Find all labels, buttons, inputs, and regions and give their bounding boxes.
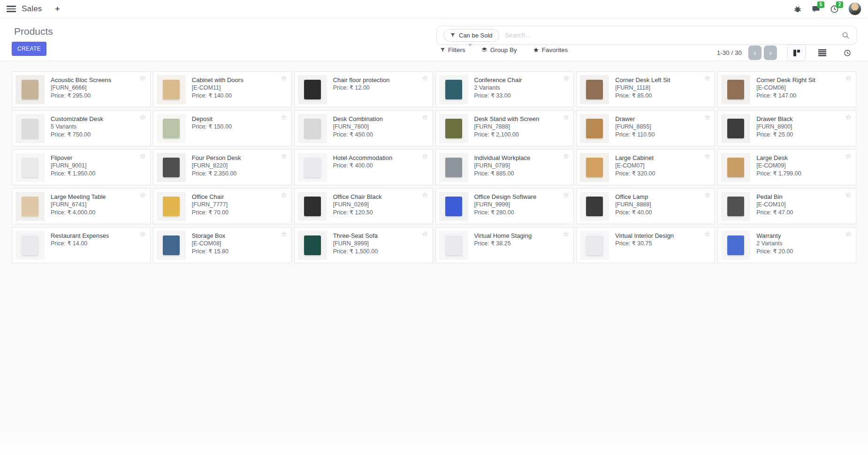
favorite-star-icon[interactable]: ☆ (139, 75, 145, 82)
product-card[interactable]: Storage Box [E-COM08] Price: ₹ 15.80 ☆ (153, 227, 292, 263)
add-tab-button[interactable]: + (55, 4, 60, 14)
favorite-star-icon[interactable]: ☆ (845, 191, 852, 198)
product-card[interactable]: Four Person Desk [FURN_8220] Price: ₹ 2,… (153, 149, 292, 185)
favorite-star-icon[interactable]: ☆ (845, 114, 852, 121)
product-image (580, 192, 609, 221)
user-avatar[interactable] (848, 2, 861, 15)
activities-clock-icon[interactable]: 2 (830, 5, 839, 14)
favorites-button[interactable]: Favorites (533, 46, 568, 53)
app-name-sales[interactable]: Sales (22, 4, 42, 14)
product-card[interactable]: Three-Seat Sofa [FURN_8999] Price: ₹ 1,5… (294, 227, 433, 263)
product-card[interactable]: Virtual Interior Design Price: ₹ 30.75 ☆ (576, 227, 715, 263)
product-card[interactable]: Cabinet with Doors [E-COM11] Price: ₹ 14… (153, 71, 292, 107)
favorite-star-icon[interactable]: ☆ (845, 75, 852, 82)
product-image (580, 153, 609, 182)
product-card[interactable]: Drawer [FURN_8855] Price: ₹ 110.50 ☆ (576, 110, 715, 146)
favorite-star-icon[interactable]: ☆ (563, 75, 569, 82)
pager-next-button[interactable]: › (764, 46, 777, 60)
favorite-star-icon[interactable]: ☆ (704, 114, 710, 121)
product-name: Four Person Desk (192, 154, 251, 162)
activity-view-button[interactable] (838, 45, 857, 61)
filters-funnel-icon (440, 47, 445, 53)
product-card[interactable]: Acoustic Bloc Screens [FURN_6666] Price:… (12, 71, 151, 107)
product-card[interactable]: Desk Stand with Screen [FURN_7888] Price… (435, 110, 574, 146)
favorite-star-icon[interactable]: ☆ (422, 114, 428, 121)
product-name: Pedal Bin (756, 193, 793, 201)
product-card[interactable]: Virtual Home Staging Price: ₹ 38.25 ☆ (435, 227, 574, 263)
favorite-star-icon[interactable]: ☆ (281, 191, 287, 198)
product-subtitle: [E-COM11] (192, 84, 253, 92)
product-card[interactable]: Restaurant Expenses Price: ₹ 14.00 ☆ (12, 227, 151, 263)
favorite-star-icon[interactable]: ☆ (563, 114, 569, 121)
product-price: Price: ₹ 450.00 (333, 131, 392, 139)
search-input[interactable]: Search... (505, 31, 842, 39)
product-card[interactable]: Warranty 2 Variants Price: ₹ 20.00 ☆ (717, 227, 856, 263)
product-card[interactable]: Office Chair Black [FURN_0269] Price: ₹ … (294, 188, 433, 224)
product-card[interactable]: Chair floor protection Price: ₹ 12.00 ☆ (294, 71, 433, 107)
favorite-star-icon[interactable]: ☆ (422, 75, 428, 82)
list-view-button[interactable] (813, 45, 831, 61)
product-card[interactable]: Pedal Bin [E-COM10] Price: ₹ 47.00 ☆ (717, 188, 856, 224)
favorite-star-icon[interactable]: ☆ (281, 152, 287, 159)
product-image (157, 114, 186, 143)
search-bar[interactable]: Can be Sold Search... (436, 26, 857, 45)
product-price: Price: ₹ 47.00 (756, 209, 793, 217)
product-card[interactable]: Drawer Black [FURN_8900] Price: ₹ 25.00 … (717, 110, 856, 146)
product-card[interactable]: Corner Desk Right Sit [E-COM06] Price: ₹… (717, 71, 856, 107)
favorite-star-icon[interactable]: ☆ (704, 230, 710, 237)
apps-menu-icon[interactable] (7, 6, 16, 12)
product-card[interactable]: Deposit Price: ₹ 150.00 ☆ (153, 110, 292, 146)
search-options: Filters Group By Favorites (440, 46, 568, 53)
favorite-star-icon[interactable]: ☆ (845, 152, 852, 159)
product-card[interactable]: Office Chair [FURN_7777] Price: ₹ 70.00 … (153, 188, 292, 224)
product-card[interactable]: Customizable Desk 5 Variants Price: ₹ 75… (12, 110, 151, 146)
favorite-star-icon[interactable]: ☆ (563, 152, 569, 159)
debug-bug-icon[interactable] (793, 5, 802, 13)
favorite-star-icon[interactable]: ☆ (281, 75, 287, 82)
product-image (157, 75, 186, 104)
product-image (157, 231, 186, 260)
product-card[interactable]: Individual Workplace [FURN_0789] Price: … (435, 149, 574, 185)
favorite-star-icon[interactable]: ☆ (563, 191, 569, 198)
product-card[interactable]: Corner Desk Left Sit [FURN_1118] Price: … (576, 71, 715, 107)
favorite-star-icon[interactable]: ☆ (704, 191, 710, 198)
pager-previous-button[interactable]: ‹ (748, 46, 761, 60)
favorite-star-icon[interactable]: ☆ (704, 75, 710, 82)
product-card[interactable]: Conference Chair 2 Variants Price: ₹ 33.… (435, 71, 574, 107)
product-name: Storage Box (192, 232, 235, 240)
favorite-star-icon[interactable]: ☆ (845, 230, 852, 237)
product-image (439, 114, 468, 143)
group-by-button[interactable]: Group By (481, 46, 517, 53)
product-image (15, 114, 45, 143)
product-image (721, 114, 750, 143)
search-icon[interactable] (842, 31, 850, 39)
pager-value: 1-30 / 30 (717, 49, 742, 56)
create-button[interactable]: CREATE (12, 42, 46, 56)
product-card[interactable]: Office Design Software [FURN_9999] Price… (435, 188, 574, 224)
product-card[interactable]: Hotel Accommodation Price: ₹ 400.00 ☆ (294, 149, 433, 185)
product-name: Hotel Accommodation (333, 154, 402, 162)
favorite-star-icon[interactable]: ☆ (139, 152, 145, 159)
favorite-star-icon[interactable]: ☆ (563, 230, 569, 237)
filters-button[interactable]: Filters (440, 46, 465, 53)
favorite-star-icon[interactable]: ☆ (281, 230, 287, 237)
favorite-star-icon[interactable]: ☆ (139, 230, 145, 237)
product-card[interactable]: Large Meeting Table [FURN_6741] Price: ₹… (12, 188, 151, 224)
kanban-view-button[interactable] (787, 45, 806, 61)
product-card[interactable]: Flipover [FURN_9001] Price: ₹ 1,950.00 ☆ (12, 149, 151, 185)
product-name: Individual Workplace (474, 154, 540, 162)
favorite-star-icon[interactable]: ☆ (422, 152, 428, 159)
product-card[interactable]: Desk Combination [FURN_7800] Price: ₹ 45… (294, 110, 433, 146)
product-card[interactable]: Large Cabinet [E-COM07] Price: ₹ 320.00 … (576, 149, 715, 185)
product-subtitle: 2 Variants (474, 84, 532, 92)
favorite-star-icon[interactable]: ☆ (139, 114, 145, 121)
search-facet-can-be-sold[interactable]: Can be Sold (443, 29, 499, 42)
favorite-star-icon[interactable]: ☆ (281, 114, 287, 121)
product-card[interactable]: Large Desk [E-COM09] Price: ₹ 1,799.00 ☆ (717, 149, 856, 185)
messages-icon[interactable]: 5 (811, 5, 821, 13)
product-card[interactable]: Office Lamp [FURN_8888] Price: ₹ 40.00 ☆ (576, 188, 715, 224)
favorite-star-icon[interactable]: ☆ (422, 191, 428, 198)
favorite-star-icon[interactable]: ☆ (422, 230, 428, 237)
favorite-star-icon[interactable]: ☆ (704, 152, 710, 159)
favorite-star-icon[interactable]: ☆ (139, 191, 145, 198)
